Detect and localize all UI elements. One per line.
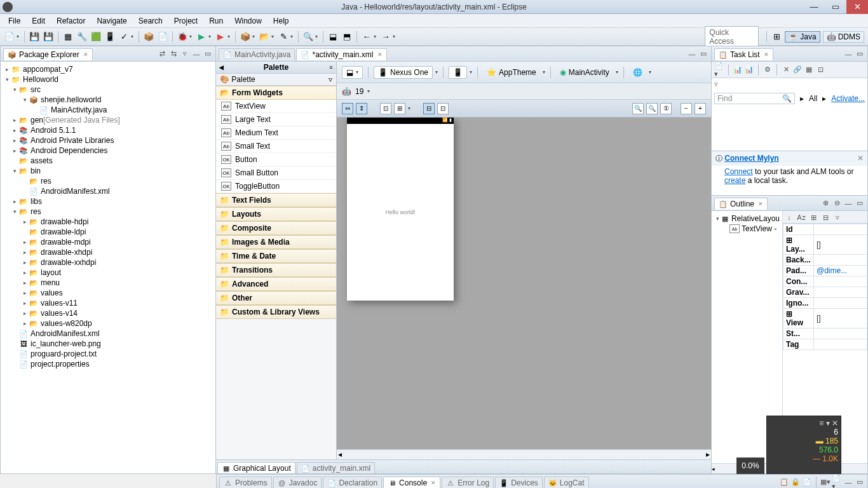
close-icon[interactable]: ✕: [764, 51, 769, 58]
filter-icon[interactable]: ⊞: [808, 212, 818, 222]
tree-item[interactable]: 📂res: [1, 176, 215, 186]
console-tab[interactable]: @Javadoc: [273, 477, 322, 488]
console-tab[interactable]: ⚠Problems: [219, 477, 272, 488]
minimize-icon[interactable]: —: [843, 477, 853, 487]
tree-item[interactable]: 📂drawable-xhdpi: [1, 247, 215, 257]
view-menu-icon[interactable]: ▿: [180, 49, 190, 59]
menu-help[interactable]: Help: [268, 15, 295, 27]
palette-category[interactable]: 📁Images & Media: [216, 235, 336, 249]
new-package-icon[interactable]: 📦: [239, 30, 252, 43]
zoom-fit-icon[interactable]: 🔍: [632, 103, 644, 114]
toolbar-icon[interactable]: 🔧: [76, 30, 88, 43]
toggle-icon[interactable]: ⇔: [342, 103, 353, 114]
forward-icon[interactable]: →: [379, 30, 392, 43]
open-perspective-icon[interactable]: ⊞: [770, 30, 783, 43]
tree-item[interactable]: 📂values-v11: [1, 298, 215, 308]
palette-dropdown-icon[interactable]: ▿: [329, 75, 332, 84]
connect-link[interactable]: Connect: [724, 167, 753, 176]
new-task-icon[interactable]: 📄▾: [714, 65, 724, 75]
dropdown-icon[interactable]: ▾: [826, 419, 830, 428]
toolbar-icon[interactable]: 📄: [802, 477, 812, 487]
filter-icon[interactable]: ⊟: [820, 212, 831, 222]
toolbar-icon[interactable]: ⬓: [327, 30, 339, 43]
api-level[interactable]: 19: [355, 87, 363, 96]
palette-category[interactable]: 📁Custom & Library Views: [216, 305, 336, 319]
tree-item[interactable]: 📄MainActivity.java: [1, 105, 215, 115]
create-link[interactable]: create: [724, 176, 745, 185]
tree-item[interactable]: 📄proguard-project.txt: [1, 349, 215, 359]
close-icon[interactable]: ✕: [377, 51, 383, 58]
save-all-icon[interactable]: 💾: [42, 30, 55, 43]
toolbar-icon[interactable]: ▦: [62, 30, 74, 43]
sort-icon[interactable]: ↓: [784, 212, 794, 222]
tree-item[interactable]: 📂values-w820dp: [1, 318, 215, 329]
console-tab[interactable]: 📱Devices: [495, 477, 543, 488]
tree-item[interactable]: 📂libs: [1, 196, 215, 207]
open-type-icon[interactable]: ✎: [277, 30, 290, 43]
palette-item[interactable]: AbMedium Text: [216, 126, 336, 140]
console-tab[interactable]: 📄Declaration: [323, 477, 382, 488]
tasks-all-link[interactable]: All: [809, 94, 817, 103]
find-input[interactable]: Find🔍: [714, 93, 795, 104]
toolbar-icon[interactable]: ▦▾: [820, 477, 831, 487]
tree-item[interactable]: 📂drawable-xxhdpi: [1, 257, 215, 268]
tree-item[interactable]: 📂values: [1, 288, 215, 298]
toggle-icon[interactable]: ⊡: [380, 103, 391, 114]
menu-icon[interactable]: ▿: [832, 212, 843, 222]
toolbar-icon[interactable]: ⊖: [832, 198, 842, 208]
palette-prev-icon[interactable]: ◀: [217, 64, 225, 71]
maximize-button[interactable]: ▭: [825, 0, 846, 14]
new-class-icon[interactable]: 📂: [258, 30, 271, 43]
toolbar-icon[interactable]: ⊕: [820, 198, 831, 208]
device-preview[interactable]: 📶 ▮ Hello world!: [347, 118, 454, 301]
device-selector[interactable]: 📱 Nexus One: [374, 66, 433, 79]
minimize-icon[interactable]: —: [843, 49, 853, 59]
palette-cat-form-widgets[interactable]: 📂Form Widgets: [216, 86, 336, 100]
palette-menu-icon[interactable]: ≡: [327, 64, 335, 71]
tree-item[interactable]: 📚Android 5.1.1: [1, 125, 215, 135]
toolbar-icon[interactable]: 📄: [156, 30, 169, 43]
minimize-button[interactable]: —: [803, 0, 825, 14]
tree-item[interactable]: 📁Helloworld: [1, 74, 215, 85]
avd-manager-icon[interactable]: 📱: [104, 30, 116, 43]
toolbar-icon[interactable]: 🔗: [792, 65, 803, 75]
tree-item[interactable]: 📄project.properties: [1, 359, 215, 369]
sort-az-icon[interactable]: Aᴢ: [796, 212, 806, 222]
menu-edit[interactable]: Edit: [26, 15, 51, 27]
palette-item[interactable]: AbLarge Text: [216, 113, 336, 126]
activity-selector[interactable]: ◉ MainActivity: [556, 67, 613, 78]
menu-search[interactable]: Search: [133, 15, 168, 27]
zoom-100-icon[interactable]: 🔍: [646, 103, 658, 114]
outline-child[interactable]: AbTextView -: [712, 224, 782, 234]
toolbar-icon[interactable]: ⚙: [763, 65, 773, 75]
maximize-icon[interactable]: ▭: [855, 198, 865, 208]
perspective-java[interactable]: ☕Java: [785, 31, 820, 43]
close-icon[interactable]: ✕: [758, 201, 763, 207]
menu-window[interactable]: Window: [229, 15, 268, 27]
toggle-icon[interactable]: ⊟: [423, 103, 435, 114]
zoom-in-icon[interactable]: +: [695, 103, 706, 114]
maximize-icon[interactable]: ▭: [698, 49, 709, 59]
palette-item[interactable]: OKButton: [216, 153, 336, 166]
tree-item[interactable]: 📚Android Private Libraries: [1, 135, 215, 146]
properties-table[interactable]: Id⊞ Lay...[]Back...Pad...@dime...Con...G…: [783, 224, 867, 350]
minimize-icon[interactable]: —: [843, 198, 853, 208]
tree-item[interactable]: 📂drawable-ldpi: [1, 227, 215, 237]
horizontal-scrollbar[interactable]: ◂▸: [337, 449, 711, 459]
tree-item[interactable]: 📂res: [1, 207, 215, 217]
tree-item[interactable]: 📄AndroidManifest.xml: [1, 329, 215, 339]
run-last-icon[interactable]: ▶: [214, 30, 227, 43]
palette-category[interactable]: 📁Layouts: [216, 207, 336, 221]
menu-navigate[interactable]: Navigate: [91, 15, 132, 27]
tab-xml-source[interactable]: 📄activity_main.xml: [297, 462, 375, 473]
minimize-icon[interactable]: —: [687, 49, 697, 59]
close-button[interactable]: ✕: [846, 0, 868, 14]
tree-item[interactable]: 📂gen [Generated Java Files]: [1, 115, 215, 125]
tab-graphical-layout[interactable]: ▦Graphical Layout: [217, 462, 295, 473]
console-tab[interactable]: 🐱LogCat: [544, 477, 589, 488]
task-list-tab[interactable]: 📋Task List✕: [714, 48, 773, 60]
palette-category[interactable]: 📁Other: [216, 291, 336, 305]
activate-link[interactable]: Activate...: [831, 94, 865, 103]
zoom-real-icon[interactable]: ①: [660, 103, 672, 114]
menu-project[interactable]: Project: [168, 15, 203, 27]
